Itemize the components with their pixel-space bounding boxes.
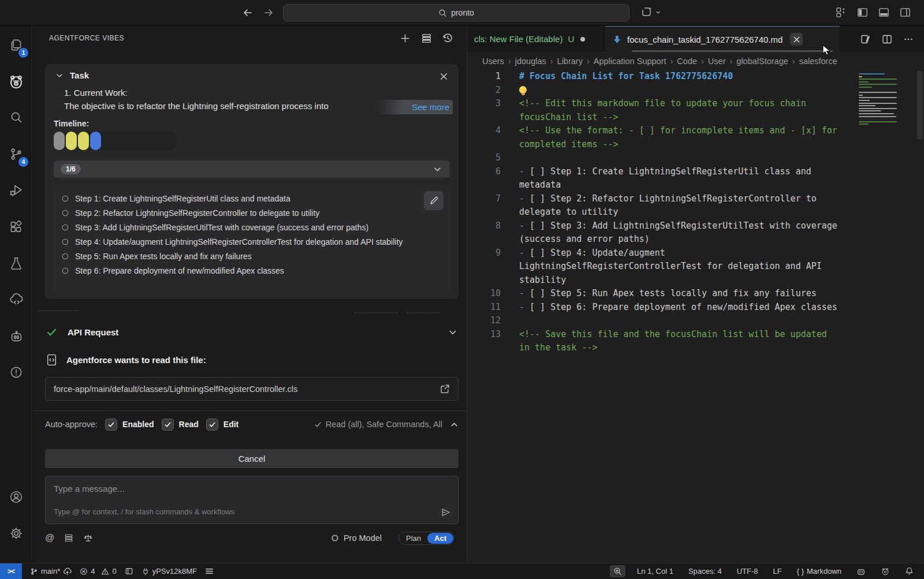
stacked-list-icon[interactable] [64, 533, 73, 543]
editor-layout-item[interactable] [125, 567, 133, 576]
agentforce-item[interactable] [881, 567, 890, 576]
indentation-item[interactable]: Spaces: 4 [688, 567, 722, 576]
plan-mode-button[interactable]: Plan [400, 533, 427, 544]
nav-forward-button[interactable] [261, 5, 276, 20]
chevron-down-icon[interactable] [55, 72, 64, 80]
sidebar-item-extensions[interactable] [2, 213, 30, 241]
open-changes-icon[interactable] [860, 33, 871, 45]
settings-button[interactable] [2, 520, 30, 547]
cursor-position-item[interactable]: Ln 1, Col 1 [637, 567, 673, 576]
task-step[interactable]: Step 3: Add LightningSelfRegisterUtilTes… [62, 221, 442, 235]
chevron-up-icon[interactable] [450, 420, 459, 429]
timeline-pill[interactable] [54, 132, 65, 150]
task-list-button[interactable] [420, 32, 433, 44]
breadcrumb-item[interactable]: salesforce [799, 57, 837, 66]
auto-approve-row[interactable]: Auto-approve: Enabled Read Edit Read (al… [45, 417, 459, 432]
breadcrumb-item[interactable]: jdouglas [515, 57, 546, 66]
editor-line: 8 - [ ] Step 3: Add LightningSelfRegiste… [467, 219, 924, 246]
toggle-sidebar-left-icon[interactable] [856, 6, 869, 18]
task-step[interactable]: Step 4: Update/augment LightningSelfRegi… [62, 235, 442, 249]
remote-indicator[interactable]: >< [0, 563, 22, 579]
language-item[interactable]: { } Markdown [797, 567, 841, 576]
timeline-pill[interactable] [78, 132, 89, 150]
cancel-button[interactable]: Cancel [45, 449, 459, 468]
external-link-icon[interactable] [440, 384, 450, 394]
more-actions-icon[interactable] [903, 33, 914, 45]
problems-item[interactable]: 4 0 [80, 567, 116, 576]
menu-item[interactable] [205, 567, 214, 575]
close-task-button[interactable] [438, 70, 449, 82]
task-step[interactable]: Step 6: Prepare deployment of new/modifi… [62, 263, 442, 278]
step-label: Step 1: Create LightningSelfRegisterUtil… [75, 193, 416, 204]
checkbox-edit[interactable]: Edit [206, 419, 239, 431]
rules-icon[interactable] [83, 533, 93, 543]
progress-dropdown[interactable]: 1/6 [54, 160, 450, 178]
copilot-item[interactable] [856, 567, 866, 576]
zoom-item[interactable] [610, 565, 625, 577]
tab-new-file[interactable]: cls: New File (Editable) U [467, 26, 602, 52]
plus-icon [400, 33, 411, 44]
search-icon [438, 9, 447, 17]
warning-count: 0 [112, 567, 116, 576]
api-request-header[interactable]: API Request [46, 327, 457, 338]
sidebar-item-testing[interactable] [2, 249, 30, 277]
minimap[interactable] [859, 73, 899, 126]
timeline-track[interactable] [54, 132, 176, 150]
plug-icon [141, 567, 150, 576]
history-button[interactable] [441, 32, 454, 44]
editor-content[interactable]: 1 # Focus Chain List for Task 1762775626… [467, 70, 924, 355]
send-icon[interactable] [440, 507, 451, 518]
sidebar-item-search[interactable] [2, 103, 30, 131]
timeline-pill[interactable] [66, 132, 77, 150]
task-step[interactable]: Step 5: Run Apex tests locally and fix a… [62, 249, 442, 264]
tab-focus-chain-md[interactable]: focus_chain_taskid_1762775626740.md [605, 26, 840, 52]
tab-scrollbar[interactable] [632, 50, 833, 52]
message-hint: Type @ for context, / for slash commands… [54, 507, 234, 516]
toggle-sidebar-right-icon[interactable] [899, 6, 911, 18]
file-path-box[interactable]: force-app/main/default/classes/Lightning… [45, 377, 459, 401]
eol-item[interactable]: LF [773, 567, 782, 576]
split-editor-icon[interactable] [881, 33, 893, 45]
editor-scrollbar[interactable] [917, 71, 923, 139]
nav-back-button[interactable] [240, 5, 255, 20]
command-center-search[interactable]: pronto [283, 4, 629, 21]
breadcrumb-item[interactable]: User [708, 57, 726, 66]
git-branch-item[interactable]: main* [30, 567, 72, 576]
add-context-button[interactable]: @ [45, 533, 54, 543]
breadcrumb-item[interactable]: Application Support [594, 57, 666, 66]
accounts-button[interactable] [2, 483, 30, 511]
see-more-button[interactable]: See more [378, 100, 453, 114]
notifications-item[interactable] [905, 567, 914, 576]
timeline-pill[interactable] [90, 132, 101, 150]
breadcrumb-item[interactable]: globalStorage [736, 57, 788, 66]
line-number: 1 [467, 70, 501, 84]
modified-dot-icon[interactable] [580, 36, 586, 42]
breadcrumb-item[interactable]: Library [557, 57, 583, 66]
breadcrumb-item[interactable]: Users [482, 57, 504, 66]
customize-layout-icon[interactable] [835, 6, 847, 18]
sidebar-item-agentforce-vibes[interactable] [2, 68, 30, 95]
close-tab-button[interactable] [790, 33, 803, 46]
sidebar-item-explorer[interactable]: 1 [2, 31, 30, 59]
sidebar-item-einstein[interactable] [2, 322, 30, 350]
sidebar-item-run-debug[interactable] [2, 176, 30, 204]
task-step[interactable]: Step 2: Refactor LightningSelfRegisterCo… [62, 206, 442, 221]
checkbox-read[interactable]: Read [162, 419, 199, 431]
sidebar-item-problems[interactable] [2, 358, 30, 386]
encoding-item[interactable]: UTF-8 [737, 567, 758, 576]
checkbox-enabled[interactable]: Enabled [105, 419, 154, 431]
task-step[interactable]: Step 1: Create LightningSelfRegisterUtil… [62, 192, 442, 206]
breadcrumb[interactable]: Users› jdouglas› Library› Application Su… [482, 54, 921, 69]
breadcrumb-item[interactable]: Code [677, 57, 697, 66]
act-mode-button[interactable]: Act [427, 533, 453, 544]
edit-steps-button[interactable] [424, 191, 444, 210]
sidebar-item-org-browser[interactable] [2, 285, 30, 313]
message-input[interactable]: Type a message... Type @ for context, / … [45, 476, 459, 524]
toggle-panel-icon[interactable] [878, 6, 890, 18]
divider [33, 410, 467, 411]
chat-menu-button[interactable] [641, 6, 661, 18]
sidebar-item-source-control[interactable]: 4 [2, 140, 30, 168]
org-item[interactable]: yPSv12k8MF [141, 567, 197, 576]
new-task-button[interactable] [398, 32, 411, 44]
model-selector[interactable]: Pro Model Plan Act [330, 532, 454, 545]
